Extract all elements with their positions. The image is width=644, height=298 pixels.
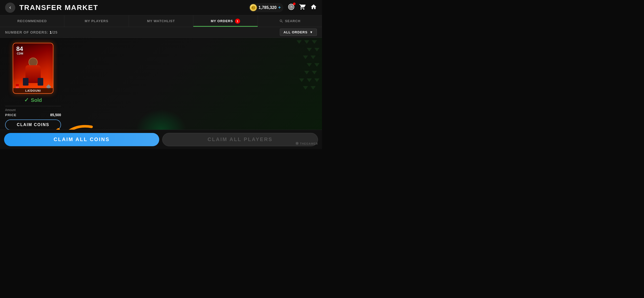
nav-tabs: RECOMMENDED MY PLAYERS MY WATCHLIST MY O… <box>0 15 322 27</box>
price-label: PRICE <box>5 113 17 117</box>
coins-amount: 1,785,320 <box>258 5 276 10</box>
svg-point-3 <box>290 5 293 9</box>
svg-text:FC: FC <box>252 7 255 9</box>
tab-recommended[interactable]: RECOMMENDED <box>0 15 64 27</box>
bottom-buttons: CLAIM ALL COINS CLAIM ALL PLAYERS ❄ THEG… <box>0 130 322 149</box>
orders-count: NUMBER OF ORDERS: 1/25 <box>5 30 57 34</box>
orders-badge: 1 <box>235 19 240 24</box>
page-title: TRANSFER MARKET <box>19 4 249 12</box>
price-row: PRICE 85,500 <box>5 113 61 117</box>
all-orders-dropdown[interactable]: ALL ORDERS ▼ <box>280 29 317 36</box>
player-card-container: 84 CDM LAÏDOUNI ✓ Sold <box>5 43 61 130</box>
thegamer-logo: ❄ THEGAMER <box>295 141 318 146</box>
coin-icon: FC <box>250 4 257 11</box>
card-player-name: LAÏDOUNI <box>13 88 53 93</box>
main-content: 84 CDM LAÏDOUNI ✓ Sold <box>0 38 322 130</box>
card-rating: 84 <box>16 46 23 52</box>
checkmark-icon: ✓ <box>24 97 29 103</box>
svg-point-2 <box>288 4 294 10</box>
svg-point-4 <box>291 6 292 7</box>
claim-all-players-button[interactable]: CLAIM ALL PLAYERS <box>162 133 318 146</box>
back-button[interactable] <box>5 3 15 13</box>
claim-coins-button[interactable]: CLAIM COINS <box>5 119 61 130</box>
glow-decoration <box>136 109 186 130</box>
orders-bar: NUMBER OF ORDERS: 1/25 ALL ORDERS ▼ <box>0 27 322 38</box>
svg-point-0 <box>252 6 255 9</box>
card-position: CDM <box>17 52 23 55</box>
tab-my-watchlist[interactable]: MY WATCHLIST <box>129 15 193 27</box>
header-icons: FC 1,785,320 + <box>249 3 317 12</box>
home-icon[interactable] <box>310 4 317 11</box>
sold-label: ✓ Sold <box>24 97 42 103</box>
player-card: 84 CDM LAÏDOUNI <box>13 43 53 94</box>
cart-icon[interactable] <box>299 4 306 11</box>
amount-section: Amount PRICE 85,500 <box>5 106 61 117</box>
objectives-icon[interactable] <box>288 4 295 11</box>
add-coins-icon[interactable]: + <box>278 5 281 10</box>
claim-all-coins-button[interactable]: CLAIM ALL COINS <box>4 133 159 146</box>
background-decoration <box>246 38 322 130</box>
tab-my-players[interactable]: MY PLAYERS <box>64 15 129 27</box>
price-value: 85,500 <box>50 113 61 117</box>
coins-badge: FC 1,785,320 + <box>249 3 283 12</box>
amount-label: Amount <box>5 108 61 112</box>
tab-search[interactable]: SEARCH <box>258 15 322 27</box>
logo-icon: ❄ <box>295 141 299 146</box>
tab-my-orders[interactable]: MY ORDERS 1 <box>193 15 258 27</box>
chevron-down-icon: ▼ <box>310 30 313 34</box>
header: TRANSFER MARKET FC 1,785,320 + <box>0 0 322 15</box>
